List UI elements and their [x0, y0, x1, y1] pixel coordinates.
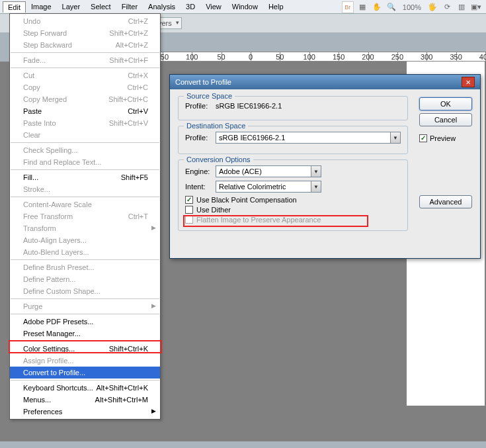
menu-item-convert-to-profile[interactable]: Convert to Profile... — [10, 367, 160, 379]
destination-profile-select[interactable]: sRGB IEC61966-2.1▼ — [216, 132, 401, 144]
menu-image[interactable]: Image — [26, 1, 57, 13]
menu-item-copy: CopyCtrl+C — [10, 81, 160, 93]
menu-item-copy-merged: Copy MergedShift+Ctrl+C — [10, 93, 160, 105]
conversion-options-legend: Conversion Options — [184, 156, 253, 163]
menu-item-preset-manager[interactable]: Preset Manager... — [10, 328, 160, 339]
flatten-label: Flatten Image to Preserve Appearance — [196, 216, 321, 224]
toolbar-strip: Br ▦ ✋ 🔍 100% 🖐 ⟳ ▥ ▣▾ — [338, 0, 486, 14]
menu-item-cut: CutCtrl+X — [10, 69, 160, 81]
flatten-checkbox — [185, 216, 193, 224]
menu-item-menus[interactable]: Menus...Alt+Shift+Ctrl+M — [10, 394, 160, 406]
source-space-fieldset: Source Space Profile: sRGB IEC61966-2.1 — [178, 96, 408, 120]
submenu-arrow-icon: ▶ — [151, 408, 156, 414]
menu-filter[interactable]: Filter — [116, 1, 143, 13]
dialog-title-text: Convert to Profile — [175, 78, 231, 86]
menu-3d[interactable]: 3D — [181, 1, 200, 13]
menu-view[interactable]: View — [200, 1, 227, 13]
advanced-button[interactable]: Advanced — [419, 195, 472, 208]
menu-item-fade: Fade...Shift+Ctrl+F — [10, 54, 160, 66]
menu-item-check-spelling: Check Spelling... — [10, 144, 160, 156]
menu-edit[interactable]: Edit — [3, 1, 26, 13]
rotate-icon[interactable]: ⟳ — [441, 1, 453, 13]
destination-space-legend: Destination Space — [184, 122, 248, 130]
preview-checkbox[interactable] — [419, 134, 427, 142]
menu-item-free-transform: Free TransformCtrl+T — [10, 210, 160, 222]
menu-help[interactable]: Help — [263, 1, 289, 13]
grid-icon[interactable]: ▦ — [356, 1, 368, 13]
intent-select[interactable]: Relative Colorimetric▼ — [216, 181, 321, 193]
menu-layer[interactable]: Layer — [57, 1, 86, 13]
conversion-options-fieldset: Conversion Options Engine: Adobe (ACE)▼ … — [178, 159, 408, 231]
chevron-down-icon: ▼ — [311, 166, 321, 177]
menu-item-keyboard-shortcuts[interactable]: Keyboard Shortcuts...Alt+Shift+Ctrl+K — [10, 382, 160, 394]
menu-select[interactable]: Select — [85, 1, 116, 13]
menu-item-preferences[interactable]: Preferences▶ — [10, 406, 160, 418]
menu-item-undo: UndoCtrl+Z — [10, 15, 160, 27]
chevron-down-icon: ▼ — [311, 181, 321, 192]
menu-item-clear: Clear — [10, 129, 160, 141]
zoom-level[interactable]: 100% — [400, 3, 424, 11]
bridge-icon[interactable]: Br — [342, 1, 354, 13]
bpc-checkbox[interactable] — [185, 196, 193, 204]
menu-item-assign-profile: Assign Profile... — [10, 355, 160, 367]
zoom-icon[interactable]: 🔍 — [385, 1, 397, 13]
dialog-titlebar[interactable]: Convert to Profile ✕ — [170, 75, 480, 89]
menu-item-step-backward: Step BackwardAlt+Ctrl+Z — [10, 39, 160, 51]
preview-label: Preview — [430, 134, 456, 142]
panel-icon[interactable]: ▥ — [456, 1, 467, 13]
destination-space-fieldset: Destination Space Profile: sRGB IEC61966… — [178, 126, 408, 154]
menu-item-transform: Transform▶ — [10, 222, 160, 234]
dither-label: Use Dither — [196, 206, 231, 214]
convert-to-profile-dialog: Convert to Profile ✕ Source Space Profil… — [169, 74, 481, 259]
ok-button[interactable]: OK — [419, 97, 472, 111]
engine-label: Engine: — [185, 167, 212, 175]
submenu-arrow-icon: ▶ — [151, 224, 156, 231]
dither-checkbox[interactable] — [185, 206, 193, 214]
chevron-down-icon: ▼ — [390, 132, 400, 143]
menu-item-color-settings[interactable]: Color Settings...Shift+Ctrl+K — [10, 343, 160, 355]
edit-menu-dropdown: UndoCtrl+ZStep ForwardShift+Ctrl+ZStep B… — [9, 13, 161, 420]
menu-analysis[interactable]: Analysis — [143, 1, 181, 13]
close-icon[interactable]: ✕ — [462, 77, 475, 87]
submenu-arrow-icon: ▶ — [151, 302, 156, 309]
screen-mode-icon[interactable]: ▣▾ — [470, 1, 482, 13]
menu-item-content-aware-scale: Content-Aware Scale — [10, 199, 160, 210]
engine-select[interactable]: Adobe (ACE)▼ — [216, 165, 321, 177]
menu-item-define-custom-shape: Define Custom Shape... — [10, 285, 160, 297]
source-space-legend: Source Space — [184, 92, 235, 100]
hand-icon[interactable]: ✋ — [371, 1, 383, 13]
menu-window[interactable]: Window — [227, 1, 263, 13]
source-profile-label: Profile: — [185, 102, 212, 110]
menu-item-adobe-pdf-presets[interactable]: Adobe PDF Presets... — [10, 316, 160, 328]
intent-label: Intent: — [185, 183, 212, 191]
menu-item-find-and-replace-text: Find and Replace Text... — [10, 156, 160, 168]
destination-profile-label: Profile: — [185, 134, 212, 142]
menu-item-auto-align-layers: Auto-Align Layers... — [10, 234, 160, 246]
menu-item-define-pattern: Define Pattern... — [10, 273, 160, 285]
pan-icon[interactable]: 🖐 — [426, 1, 438, 13]
cancel-button[interactable]: Cancel — [419, 113, 472, 126]
menu-item-step-forward: Step ForwardShift+Ctrl+Z — [10, 27, 160, 39]
menu-item-fill[interactable]: Fill...Shift+F5 — [10, 171, 160, 183]
menu-item-auto-blend-layers: Auto-Blend Layers... — [10, 246, 160, 258]
menu-item-define-brush-preset: Define Brush Preset... — [10, 261, 160, 273]
bpc-label: Use Black Point Compensation — [196, 196, 297, 204]
menu-item-purge: Purge▶ — [10, 300, 160, 312]
menu-item-paste-into: Paste IntoShift+Ctrl+V — [10, 117, 160, 129]
source-profile-value: sRGB IEC61966-2.1 — [216, 102, 282, 110]
menu-item-stroke: Stroke... — [10, 183, 160, 195]
menu-item-paste[interactable]: PasteCtrl+V — [10, 105, 160, 117]
